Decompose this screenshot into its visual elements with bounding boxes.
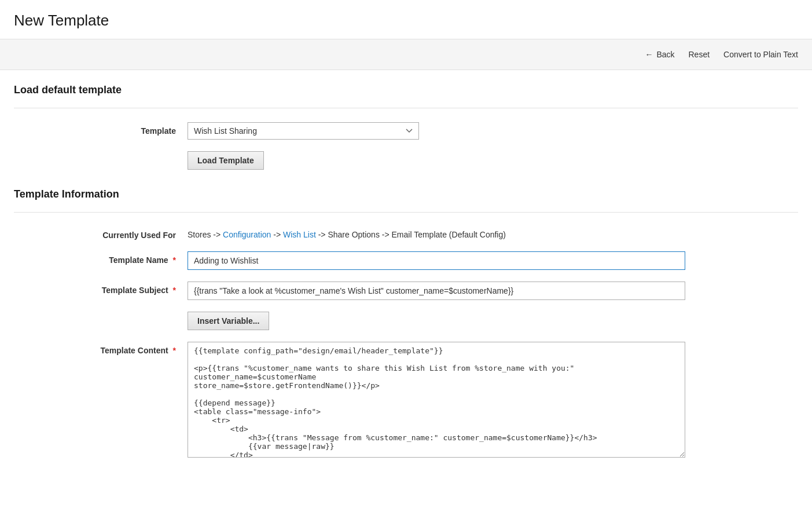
template-select-label: Template	[14, 122, 188, 136]
load-default-section: Load default template Template Wish List…	[14, 84, 798, 170]
template-info-section-title: Template Information	[14, 188, 798, 200]
template-select-row: Template Wish List Sharing New Account O…	[14, 122, 798, 140]
template-content-row: Template Content * {{template config_pat…	[14, 342, 798, 459]
template-information-section: Template Information Currently Used For …	[14, 188, 798, 459]
load-template-row: Load Template	[14, 151, 798, 170]
template-subject-required: *	[173, 286, 176, 295]
divider-1	[14, 108, 798, 108]
back-arrow-icon: ←	[645, 50, 653, 59]
template-select-field: Wish List Sharing New Account Order Conf…	[188, 122, 798, 140]
template-subject-field	[188, 282, 798, 300]
load-template-field: Load Template	[188, 151, 798, 170]
insert-variable-field: Insert Variable...	[188, 312, 798, 330]
currently-used-row: Currently Used For Stores -> Configurati…	[14, 226, 798, 240]
wish-list-link[interactable]: Wish List	[283, 230, 316, 239]
template-content-textarea[interactable]: {{template config_path="design/email/hea…	[188, 342, 685, 458]
currently-used-label: Currently Used For	[14, 226, 188, 240]
template-name-row: Template Name *	[14, 251, 798, 270]
template-name-label: Template Name *	[14, 251, 188, 265]
configuration-link[interactable]: Configuration	[223, 230, 271, 239]
template-select[interactable]: Wish List Sharing New Account Order Conf…	[188, 122, 419, 140]
template-content-field: {{template config_path="design/email/hea…	[188, 342, 798, 459]
divider-2	[14, 212, 798, 213]
insert-variable-row: Insert Variable...	[14, 312, 798, 330]
main-content: Load default template Template Wish List…	[0, 70, 812, 492]
template-subject-label: Template Subject *	[14, 282, 188, 295]
insert-variable-button[interactable]: Insert Variable...	[188, 312, 269, 330]
load-default-section-title: Load default template	[14, 84, 798, 96]
back-button[interactable]: ← Back	[645, 47, 674, 61]
template-subject-row: Template Subject *	[14, 282, 798, 300]
convert-to-plain-text-button[interactable]: Convert to Plain Text	[723, 47, 798, 61]
load-template-label-spacer	[14, 151, 188, 155]
template-subject-input[interactable]	[188, 282, 685, 300]
currently-used-value: Stores -> Configuration -> Wish List -> …	[188, 226, 798, 239]
reset-button[interactable]: Reset	[689, 47, 710, 61]
toolbar: ← Back Reset Convert to Plain Text	[0, 39, 812, 70]
load-template-button[interactable]: Load Template	[188, 151, 264, 170]
template-name-field	[188, 251, 798, 270]
template-content-label: Template Content *	[14, 342, 188, 355]
template-content-required: *	[173, 346, 176, 355]
template-name-input[interactable]	[188, 251, 685, 270]
page-title: New Template	[14, 12, 798, 30]
template-name-required: *	[173, 255, 176, 265]
insert-variable-label-spacer	[14, 312, 188, 316]
page-header: New Template	[0, 0, 812, 39]
